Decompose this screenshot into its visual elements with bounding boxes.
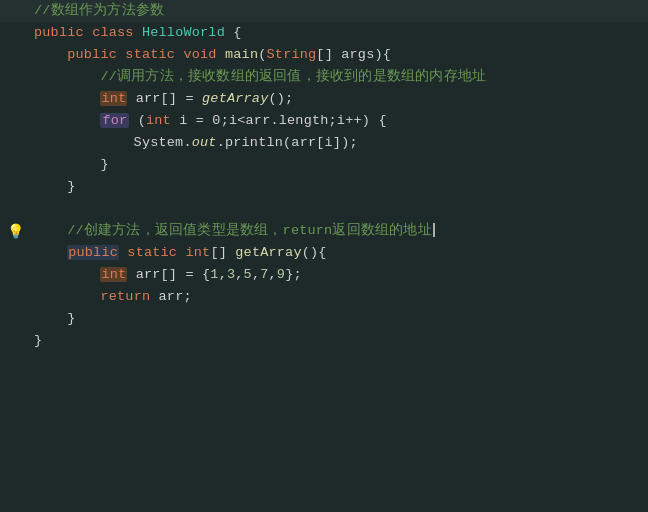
line-content-6: for (int i = 0;i<arr.length;i++) { xyxy=(30,110,648,132)
gutter-5 xyxy=(0,88,30,110)
line-7: System.out.println(arr[i]); xyxy=(0,132,648,154)
line-10 xyxy=(0,198,648,220)
line-6: for (int i = 0;i<arr.length;i++) { xyxy=(0,110,648,132)
gutter-4 xyxy=(0,66,30,88)
gutter-2 xyxy=(0,22,30,44)
line-13: int arr[] = {1,3,5,7,9}; xyxy=(0,264,648,286)
gutter-1 xyxy=(0,0,30,22)
gutter-12 xyxy=(0,242,30,264)
line-8: } xyxy=(0,154,648,176)
gutter-6 xyxy=(0,110,30,132)
line-9: } xyxy=(0,176,648,198)
gutter-11: 💡 xyxy=(0,220,30,242)
line-content-13: int arr[] = {1,3,5,7,9}; xyxy=(30,264,648,286)
gutter-9 xyxy=(0,176,30,198)
bulb-icon[interactable]: 💡 xyxy=(7,223,24,240)
line-15: } xyxy=(0,308,648,330)
line-content-9: } xyxy=(30,176,648,198)
line-2: public class HelloWorld { xyxy=(0,22,648,44)
line-3: public static void main(String[] args){ xyxy=(0,44,648,66)
line-content-8: } xyxy=(30,154,648,176)
code-editor[interactable]: //数组作为方法参数 public class HelloWorld { pub… xyxy=(0,0,648,512)
line-content-11: //创建方法，返回值类型是数组，return返回数组的地址 xyxy=(30,220,648,242)
line-content-4: //调用方法，接收数组的返回值，接收到的是数组的内存地址 xyxy=(30,66,648,88)
gutter-16 xyxy=(0,330,30,352)
line-content-7: System.out.println(arr[i]); xyxy=(30,132,648,154)
line-content-16: } xyxy=(30,330,648,352)
line-content-1: //数组作为方法参数 xyxy=(30,0,648,22)
line-content-14: return arr; xyxy=(30,286,648,308)
line-11: 💡 //创建方法，返回值类型是数组，return返回数组的地址 xyxy=(0,220,648,242)
line-5: int arr[] = getArray(); xyxy=(0,88,648,110)
line-12: public static int[] getArray(){ xyxy=(0,242,648,264)
line-16: } xyxy=(0,330,648,352)
line-14: return arr; xyxy=(0,286,648,308)
line-content-10 xyxy=(30,198,648,220)
gutter-15 xyxy=(0,308,30,330)
gutter-7 xyxy=(0,132,30,154)
line-content-3: public static void main(String[] args){ xyxy=(30,44,648,66)
line-content-2: public class HelloWorld { xyxy=(30,22,648,44)
line-1: //数组作为方法参数 xyxy=(0,0,648,22)
gutter-3 xyxy=(0,44,30,66)
gutter-13 xyxy=(0,264,30,286)
line-content-12: public static int[] getArray(){ xyxy=(30,242,648,264)
line-content-5: int arr[] = getArray(); xyxy=(30,88,648,110)
gutter-14 xyxy=(0,286,30,308)
line-4: //调用方法，接收数组的返回值，接收到的是数组的内存地址 xyxy=(0,66,648,88)
gutter-10 xyxy=(0,198,30,220)
gutter-8 xyxy=(0,154,30,176)
line-content-15: } xyxy=(30,308,648,330)
